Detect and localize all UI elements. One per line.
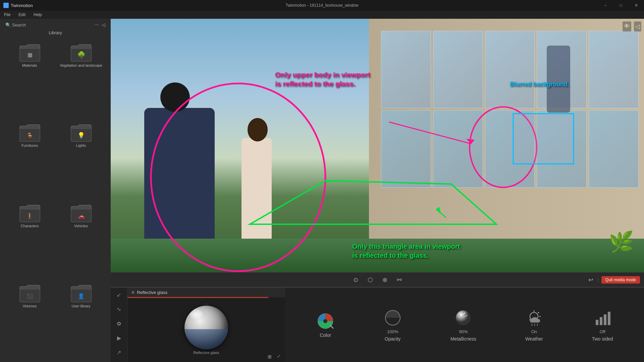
svg-rect-31 [604,314,606,325]
glass-pane [589,110,639,188]
material-sphere [184,306,228,349]
sidebar-item-user-library[interactable]: 👤 User library [57,282,105,359]
second-character-body [241,138,272,242]
weather-label: Weather [525,336,543,342]
quit-media-button[interactable]: Quit media mode [601,276,640,284]
paint-tool[interactable]: ⬡ [366,275,374,285]
upper-body-annotation-line1: Only upper body in viewport [275,71,370,79]
maximize-button[interactable]: □ [613,0,629,11]
eye-button[interactable]: 👁 [623,21,631,32]
menu-edit[interactable]: Edit [17,12,27,18]
export-icon[interactable]: ↗ [115,348,122,357]
material-grid-button[interactable]: ⊞ [268,354,272,359]
triangle-annotation-line2: is reflected to the glass. [352,252,429,259]
menu-file[interactable]: File [3,12,12,18]
furnitures-label: Furnitures [21,143,38,147]
two-sided-property[interactable]: Off Two sided [592,308,613,342]
weather-property[interactable]: On Weather [525,308,543,342]
material-options-dots[interactable]: ... [204,301,209,305]
two-sided-value: Off [600,329,605,334]
viewport-top-right: 👁 ◁ [623,21,641,32]
search-button[interactable]: 🔍 Search [5,22,26,27]
link-tool[interactable]: ⚯ [395,275,403,285]
material-properties: Color 100% Opacity [285,288,644,362]
material-panel-left: ≡ Reflective glass ... Reflective glass [127,288,285,362]
svg-text:🚶: 🚶 [26,212,34,220]
sidebar-item-vegetation[interactable]: 🌳 Vegetation and landscape [57,41,105,119]
material-panel-header: ≡ Reflective glass [127,288,285,297]
glass-pane [485,110,535,188]
sidebar-item-volumes[interactable]: ⬛ Volumes [5,282,54,359]
logo-icon [3,3,9,8]
glass-pane [433,110,483,188]
svg-rect-29 [596,320,598,325]
back-icon[interactable]: ↩ [587,275,595,285]
sidebar-item-materials[interactable]: ▦ Materials [5,41,54,119]
characters-label: Characters [21,224,39,228]
svg-text:🚗: 🚗 [78,213,84,219]
toolbar-separator: | [597,277,599,283]
metallicness-property[interactable]: 90% Metallicness [450,308,476,342]
material-panel-title: Reflective glass [137,290,167,295]
sidebar-toggle-button[interactable]: ◁ [634,21,641,32]
lights-label: Lights [76,143,86,147]
viewport[interactable]: 🌿 Only upper body in viewport [111,19,644,272]
left-sidebar: 🔍 Search ⋯ ◁ Library ▦ Materials [0,19,111,362]
sidebar-icons: ⋯ ◁ [94,22,105,27]
lights-folder-icon: 💡 [70,124,92,142]
vegetation-right: 🌿 [609,232,634,252]
library-grid: ▦ Materials 🌳 Vegetation and landscape [0,39,111,362]
glass-pane [485,31,535,108]
sidebar-item-vehicles[interactable]: 🚗 Vehicles [57,202,105,279]
close-button[interactable]: ✕ [629,0,644,11]
vehicles-label: Vehicles [74,224,88,228]
svg-text:🪑: 🪑 [26,132,33,139]
material-checkmark: ✓ [277,353,281,359]
opacity-icon [383,308,402,327]
viewport-toolbar: ⊙ ⬡ ⊕ ⚯ ↩ | Quit media mode [111,272,644,287]
glass-facade [379,29,641,190]
main-character-body [144,108,215,242]
user-library-folder-icon: 👤 [70,285,92,303]
move-tool[interactable]: ⊕ [381,275,389,285]
collapse-icon[interactable]: ◁ [102,22,105,27]
graph-icon[interactable]: ∿ [115,305,122,314]
svg-text:▦: ▦ [27,52,32,58]
svg-line-24 [538,312,539,313]
color-property[interactable]: Color [316,312,335,338]
glass-pane [381,110,431,188]
window-title: Twinmotion - 191114_boxhouse_window [286,3,359,8]
app-name: Twinmotion [11,3,33,8]
metallicness-label: Metallicness [450,336,476,342]
opacity-property[interactable]: 100% Opacity [383,308,402,342]
leaf-icon[interactable]: ✿ [115,319,122,328]
more-options-icon[interactable]: ⋯ [94,22,99,27]
sidebar-item-lights[interactable]: 💡 Lights [57,121,105,199]
upper-body-annotation-line2: is reflected to the glass. [275,80,355,88]
sidebar-item-furnitures[interactable]: 🪑 Furnitures [5,121,54,199]
svg-point-17 [323,319,327,323]
material-item[interactable]: Reflective glass [184,306,228,355]
glass-pane [381,31,431,108]
library-title: Library [0,29,111,39]
sidebar-header: 🔍 Search ⋯ ◁ [0,19,111,29]
minimize-button[interactable]: − [598,0,613,11]
weather-value: On [531,329,537,334]
play-icon[interactable]: ▶ [116,334,122,343]
volumes-label: Volumes [22,304,37,308]
color-icon [316,312,335,330]
lasso-tool[interactable]: ⊙ [352,275,360,285]
material-content-area: ... Reflective glass ✓ ⊞ [127,298,285,362]
search-label: Search [12,22,26,27]
material-name-label: Reflective glass [193,351,219,355]
hamburger-icon[interactable]: ≡ [131,290,134,295]
main-layout: 🔍 Search ⋯ ◁ Library ▦ Materials [0,19,644,362]
main-character-head [160,82,190,112]
volumes-folder-icon: ⬛ [19,285,41,303]
sidebar-item-characters[interactable]: 🚶 Characters [5,202,54,279]
import-icon[interactable]: ↙ [115,290,122,299]
menu-help[interactable]: Help [32,12,43,18]
reflected-figure [547,46,570,113]
viewport-area: 🌿 Only upper body in viewport [111,19,644,362]
svg-text:💡: 💡 [77,132,85,139]
